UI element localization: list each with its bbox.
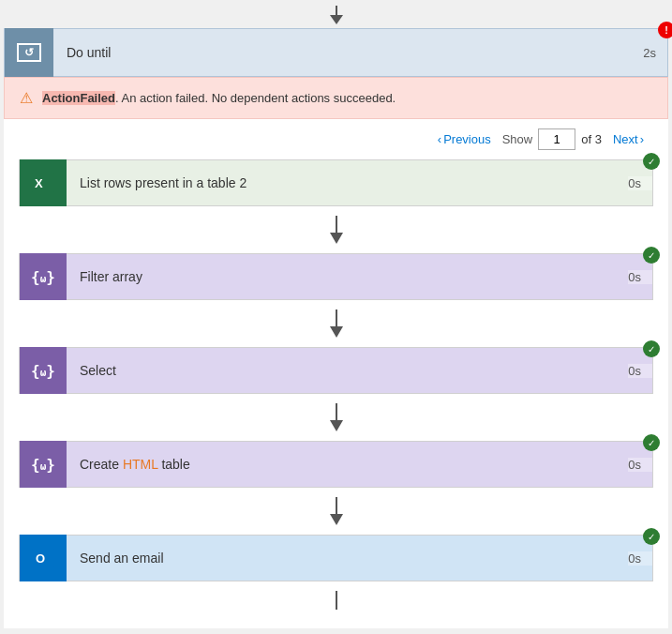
svg-marker-11 (330, 514, 343, 525)
excel-action-label: List rows present in a table 2 (67, 175, 628, 190)
select-action-time: 0s (628, 364, 652, 378)
action-card-select[interactable]: {ω} Select 0s ✓ (19, 347, 653, 394)
do-until-time: 2s (643, 46, 667, 60)
success-badge-html-table: ✓ (643, 434, 660, 451)
chevron-left-icon: ‹ (438, 132, 441, 146)
pagination-row: ‹ Previous Show of 3 Next › (7, 119, 665, 159)
email-action-time: 0s (628, 551, 652, 566)
chevron-right-icon: › (640, 132, 644, 146)
of-label: of 3 (581, 132, 602, 146)
svg-text:O: O (36, 551, 45, 566)
do-until-label: Do until (53, 45, 643, 60)
workflow-inner: ‹ Previous Show of 3 Next › X List rows … (4, 119, 668, 628)
show-label: Show (502, 132, 533, 146)
next-button[interactable]: Next › (607, 128, 650, 150)
error-code: ActionFailed (42, 91, 115, 105)
previous-label: Previous (443, 132, 491, 146)
success-badge-email: ✓ (643, 528, 660, 545)
html-table-action-label: Create HTML table (67, 457, 628, 472)
filter-icon: {ω} (20, 253, 67, 300)
connector-3 (4, 394, 668, 441)
error-text: ActionFailed. An action failed. No depen… (42, 91, 396, 105)
filter-action-time: 0s (628, 270, 652, 284)
svg-marker-5 (330, 233, 343, 244)
action-card-excel[interactable]: X List rows present in a table 2 0s ✓ (19, 159, 653, 206)
connector-2 (4, 300, 668, 347)
html-table-icon: {ω} (20, 441, 67, 488)
top-connector-arrow (0, 0, 672, 28)
excel-icon: X (20, 159, 67, 206)
success-badge-filter: ✓ (643, 247, 660, 264)
outlook-icon: O (20, 535, 67, 581)
filter-action-label: Filter array (67, 269, 628, 284)
page-input[interactable] (538, 128, 575, 150)
excel-action-time: 0s (628, 176, 652, 190)
connector-bottom (4, 581, 668, 619)
action-card-email[interactable]: O Send an email 0s ✓ (19, 535, 653, 581)
error-banner: ⚠ ActionFailed. An action failed. No dep… (4, 77, 668, 119)
action-card-filter[interactable]: {ω} Filter array 0s ✓ (19, 253, 653, 300)
do-until-header[interactable]: ↺ Do until 2s ! (4, 28, 668, 77)
svg-marker-9 (330, 420, 343, 431)
select-action-label: Select (67, 363, 628, 378)
warning-icon: ⚠ (20, 89, 33, 107)
do-until-icon: ↺ (5, 28, 53, 77)
previous-button[interactable]: ‹ Previous (432, 128, 497, 150)
next-label: Next (613, 132, 638, 146)
select-icon: {ω} (20, 347, 67, 394)
success-badge-excel: ✓ (643, 153, 660, 170)
main-container: ↺ Do until 2s ! ⚠ ActionFailed. An actio… (0, 0, 672, 628)
svg-marker-7 (330, 326, 343, 338)
success-badge-select: ✓ (643, 340, 660, 357)
connector-4 (4, 488, 668, 535)
error-badge: ! (658, 22, 672, 38)
action-card-html-table[interactable]: {ω} Create HTML table 0s ✓ (19, 441, 653, 488)
connector-1 (4, 206, 668, 253)
svg-text:X: X (35, 176, 43, 190)
email-action-label: Send an email (67, 551, 628, 566)
svg-marker-1 (330, 15, 343, 24)
html-table-action-time: 0s (628, 458, 652, 472)
